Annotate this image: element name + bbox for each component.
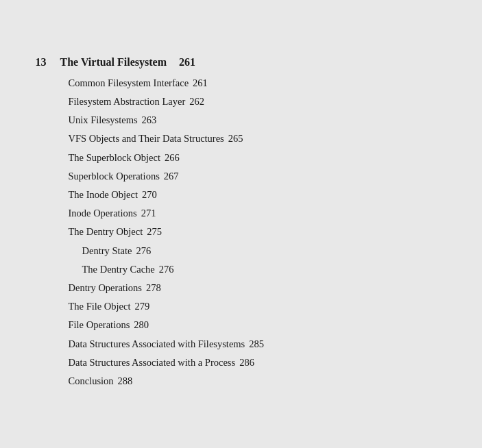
entry-page: 262 xyxy=(189,94,204,110)
entry-page: 271 xyxy=(141,206,156,221)
entry-page: 267 xyxy=(164,169,179,184)
entry-page: 266 xyxy=(165,150,180,166)
toc-entry: File Operations280 xyxy=(69,317,447,333)
toc-entry: The Dentry Object275 xyxy=(69,224,447,240)
entry-title: VFS Objects and Their Data Structures xyxy=(69,131,224,147)
entry-title: File Operations xyxy=(69,317,130,333)
entry-page: 276 xyxy=(136,243,151,259)
entry-title: Dentry State xyxy=(82,243,132,259)
entry-title: Common Filesystem Interface xyxy=(69,75,189,91)
chapter-number: 13 xyxy=(36,56,52,69)
entry-page: 265 xyxy=(228,131,243,147)
entry-title: Unix Filesystems xyxy=(69,112,138,128)
toc-entry: Filesystem Abstraction Layer262 xyxy=(69,94,447,110)
entry-page: 279 xyxy=(135,299,150,314)
entry-title: Data Structures Associated with Filesyst… xyxy=(69,336,245,352)
toc-entry: Inode Operations271 xyxy=(69,206,447,221)
entry-title: Inode Operations xyxy=(69,206,137,221)
entry-page: 285 xyxy=(249,336,264,352)
entry-title: Superblock Operations xyxy=(69,169,160,184)
toc-entry: The Inode Object270 xyxy=(69,187,447,203)
entry-title: Data Structures Associated with a Proces… xyxy=(69,355,236,371)
entry-title: The Inode Object xyxy=(69,187,138,203)
toc-entry: Dentry State276 xyxy=(69,243,447,259)
chapter-title: The Virtual Filesystem xyxy=(60,56,167,69)
entry-title: Dentry Operations xyxy=(69,280,143,296)
toc-entry: Unix Filesystems263 xyxy=(69,112,447,128)
toc-entry: Conclusion288 xyxy=(69,373,447,389)
entry-page: 275 xyxy=(147,224,162,240)
entry-page: 263 xyxy=(142,112,157,128)
entry-title: Filesystem Abstraction Layer xyxy=(69,94,186,110)
toc-entry: Data Structures Associated with a Proces… xyxy=(69,355,447,371)
toc-entry: Common Filesystem Interface261 xyxy=(69,75,447,91)
entry-title: The Superblock Object xyxy=(69,150,161,166)
toc-entries: Common Filesystem Interface261Filesystem… xyxy=(36,75,447,389)
toc-entry: VFS Objects and Their Data Structures265 xyxy=(69,131,447,147)
toc-entry: Dentry Operations278 xyxy=(69,280,447,296)
entry-title: The File Object xyxy=(69,299,131,314)
entry-page: 288 xyxy=(118,373,133,389)
entry-page: 280 xyxy=(134,317,149,333)
entry-page: 276 xyxy=(159,262,174,277)
entry-title: Conclusion xyxy=(69,373,114,389)
entry-page: 278 xyxy=(146,280,161,296)
entry-page: 270 xyxy=(142,187,157,203)
entry-title: The Dentry Object xyxy=(69,224,143,240)
chapter-header: 13 The Virtual Filesystem 261 xyxy=(36,56,447,69)
entry-title: The Dentry Cache xyxy=(82,262,155,277)
toc-container: 13 The Virtual Filesystem 261 Common Fil… xyxy=(22,36,461,412)
toc-entry: Data Structures Associated with Filesyst… xyxy=(69,336,447,352)
entry-page: 286 xyxy=(239,355,254,371)
chapter-page: 261 xyxy=(179,56,195,69)
toc-entry: The Dentry Cache276 xyxy=(69,262,447,277)
toc-entry: Superblock Operations267 xyxy=(69,169,447,184)
toc-entry: The Superblock Object266 xyxy=(69,150,447,166)
toc-entry: The File Object279 xyxy=(69,299,447,314)
entry-page: 261 xyxy=(193,75,208,91)
